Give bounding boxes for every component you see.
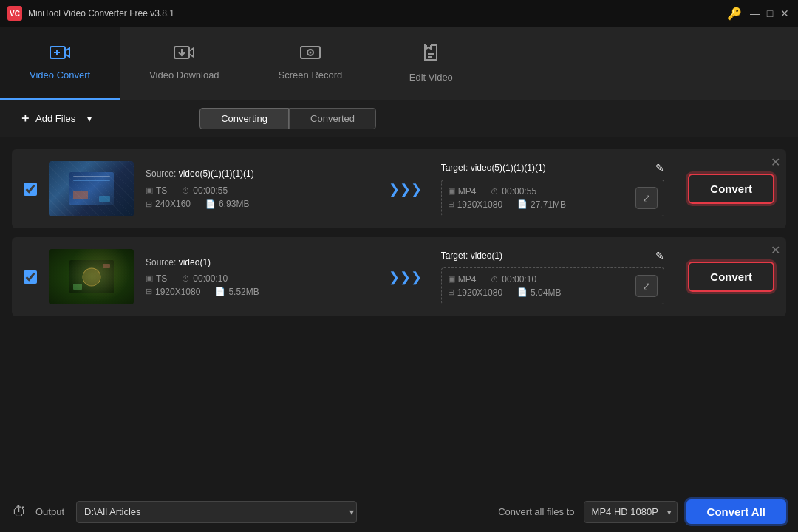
card1-thumbnail [49, 161, 134, 216]
card2-size: 📄 5.52MB [215, 287, 259, 297]
card1-target-details: ▣ MP4 ⏱ 00:00:55 ⊞ 1920X1080 [448, 186, 566, 210]
target-file-icon: 📄 [517, 200, 528, 209]
card1-source-format: TS [156, 185, 167, 196]
card1-source-info: Source: video(5)(1)(1)(1)(1) ▣ TS ⏱ 00:0… [146, 168, 369, 209]
card1-target-format: ▣ MP4 [448, 186, 477, 197]
card2-source-header: Source: video(1) [146, 257, 369, 267]
card2-source-duration: 00:00:10 [193, 273, 228, 284]
minimize-button[interactable]: — [749, 8, 761, 18]
card1-source-size: 6.93MB [219, 199, 249, 209]
convert-all-files-label: Convert all files to [498, 506, 574, 517]
convert-all-button[interactable]: Convert All [686, 499, 786, 524]
card1-target-resolution: ⊞ 1920X1080 [448, 200, 502, 210]
card1-target-details1: ▣ MP4 ⏱ 00:00:55 [448, 186, 566, 197]
card2-target-format: ▣ MP4 [448, 274, 477, 284]
card1-target-edit-button[interactable]: ⤢ [635, 187, 658, 209]
c2t-file-icon: 📄 [517, 287, 528, 297]
nav-label-video-convert: Video Convert [30, 69, 90, 81]
nav-tab-video-convert[interactable]: Video Convert [0, 27, 120, 100]
c2-format-icon: ▣ [146, 273, 153, 283]
screen-record-icon [300, 44, 321, 65]
converted-tab[interactable]: Converted [289, 108, 376, 129]
card2-target-details1: ▣ MP4 ⏱ 00:00:10 [448, 274, 562, 284]
format-select[interactable]: MP4 HD 1080P MP4 HD 720P MP4 SD 480P AVI… [584, 501, 678, 523]
card2-target-header: Target: video(1) ✎ [441, 250, 665, 262]
converting-tab[interactable]: Converting [200, 108, 289, 129]
nav-tab-edit-video[interactable]: Edit Video [372, 27, 490, 100]
convert-arrow-2: ❯❯❯ [381, 269, 429, 285]
card2-resolution: ⊞ 1920X1080 [146, 287, 200, 297]
card1-source-name: video(5)(1)(1)(1)(1) [179, 168, 254, 179]
output-path-wrapper: ▾ [76, 501, 357, 523]
c2t-format-icon: ▣ [448, 274, 455, 284]
card1-target-duration-val: 00:00:55 [502, 186, 536, 197]
nav-label-screen-record: Screen Record [279, 69, 343, 81]
card2-source-details: ▣ TS ⏱ 00:00:10 [146, 273, 369, 284]
card1-source-header: Source: video(5)(1)(1)(1)(1) [146, 168, 369, 179]
card2-format: ▣ TS [146, 273, 167, 284]
card2-source-details2: ⊞ 1920X1080 📄 5.52MB [146, 287, 369, 297]
card2-target-details: ▣ MP4 ⏱ 00:00:10 ⊞ 1920X1080 [448, 274, 562, 298]
app-title: MiniTool Video Converter Free v3.8.1 [28, 8, 174, 18]
card2-target-edit-button[interactable]: ⤢ [635, 275, 658, 297]
navbar: Video Convert Video Download Screen Reco… [0, 27, 798, 100]
video-download-icon [174, 44, 194, 65]
card1-duration: ⏱ 00:00:55 [182, 185, 228, 196]
nav-tab-screen-record[interactable]: Screen Record [249, 27, 372, 100]
card1-target-duration: ⏱ 00:00:55 [491, 186, 536, 197]
format-icon: ▣ [146, 185, 153, 195]
card2-close-button[interactable]: ✕ [771, 243, 780, 257]
card1-format: ▣ TS [146, 185, 167, 196]
card1-source-details2: ⊞ 240X160 📄 6.93MB [146, 199, 369, 209]
output-path-input[interactable] [76, 501, 357, 523]
nav-tab-video-download[interactable]: Video Download [120, 27, 248, 100]
plus-icon: ＋ [19, 111, 31, 126]
nav-label-video-download: Video Download [149, 69, 219, 81]
maximize-button[interactable]: □ [764, 8, 776, 18]
add-files-label: Add Files [35, 113, 75, 124]
output-browse-button[interactable]: ▾ [349, 507, 354, 517]
titlebar-controls: 🔑 — □ ✕ [727, 7, 791, 21]
card2-edit-icon[interactable]: ✎ [655, 250, 664, 262]
card1-close-button[interactable]: ✕ [771, 155, 780, 169]
card1-target-size-val: 27.71MB [531, 200, 566, 210]
c2t-clock-icon: ⏱ [491, 275, 499, 284]
card1-target-size: 📄 27.71MB [517, 200, 566, 210]
card2-checkbox[interactable] [24, 270, 37, 284]
card2-source-name: video(1) [179, 257, 211, 267]
c2-file-icon: 📄 [215, 287, 225, 296]
card2-duration: ⏱ 00:00:10 [182, 273, 228, 284]
card1-checkbox[interactable] [24, 183, 37, 196]
toolbar: ＋ Add Files ▾ Converting Converted [0, 100, 798, 137]
titlebar: VC MiniTool Video Converter Free v3.8.1 … [0, 0, 798, 27]
tab-switcher: Converting Converted [200, 108, 376, 129]
card2-source-info: Source: video(1) ▣ TS ⏱ 00:00:10 ⊞ 1920X… [146, 257, 369, 297]
card1-source-resolution: 240X160 [155, 199, 191, 209]
card1-target-resolution-val: 1920X1080 [457, 200, 502, 210]
card2-thumbnail [49, 249, 134, 304]
target-clock-icon: ⏱ [491, 187, 499, 196]
card1-edit-icon[interactable]: ✎ [655, 162, 664, 174]
app-logo: VC [7, 6, 22, 21]
card1-target-details2: ⊞ 1920X1080 📄 27.71MB [448, 200, 566, 210]
card2-source-size: 5.52MB [228, 287, 259, 297]
card2-convert-button[interactable]: Convert [688, 262, 774, 292]
c2t-res-icon: ⊞ [448, 287, 454, 297]
target-res-icon: ⊞ [448, 200, 454, 209]
output-clock-icon: ⏱ [12, 503, 27, 520]
video-card-1: Source: video(5)(1)(1)(1)(1) ▣ TS ⏱ 00:0… [12, 149, 786, 228]
file-icon: 📄 [205, 200, 216, 209]
main-content: Source: video(5)(1)(1)(1)(1) ▣ TS ⏱ 00:0… [0, 137, 798, 328]
card1-target-info: Target: video(5)(1)(1)(1)(1) ✎ ▣ MP4 ⏱ 0… [441, 162, 665, 216]
video-card-2: Source: video(1) ▣ TS ⏱ 00:00:10 ⊞ 1920X… [12, 237, 786, 316]
card2-target-info: Target: video(1) ✎ ▣ MP4 ⏱ 00:00:10 [441, 250, 665, 304]
close-button[interactable]: ✕ [779, 8, 791, 18]
card1-convert-button[interactable]: Convert [688, 174, 774, 204]
card2-source-format: TS [156, 273, 167, 284]
add-files-button[interactable]: ＋ Add Files [12, 106, 83, 131]
card1-size: 📄 6.93MB [205, 199, 249, 209]
format-wrapper: MP4 HD 1080P MP4 HD 720P MP4 SD 480P AVI… [584, 501, 678, 523]
resolution-icon: ⊞ [146, 200, 152, 209]
card2-target-size-val: 5.04MB [531, 287, 561, 298]
add-files-dropdown-button[interactable]: ▾ [83, 109, 96, 129]
